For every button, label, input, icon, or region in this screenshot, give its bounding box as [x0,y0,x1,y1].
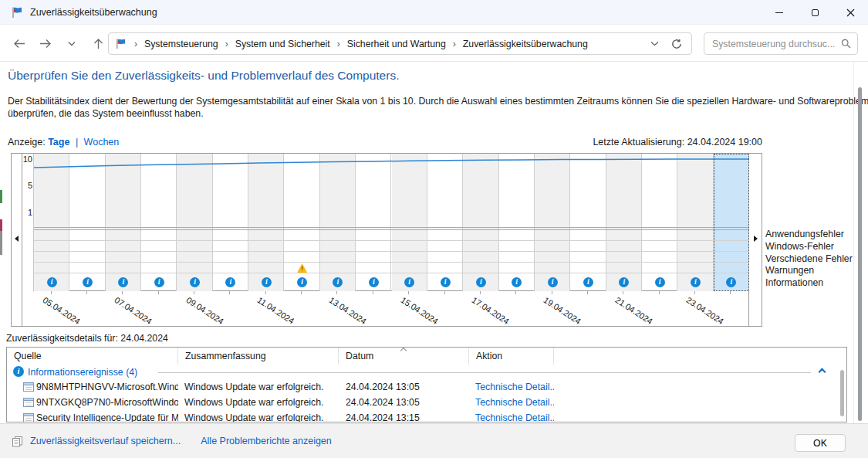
information-event-icon[interactable]: i [548,277,558,287]
cell-action: Technische Detail... [469,382,554,392]
window-scrollbar-thumb[interactable] [858,87,862,421]
category-label: Warnungen [765,265,853,277]
minimize-button[interactable] [762,0,797,25]
breadcrumb-item[interactable]: Systemsteuerung [144,37,219,51]
category-label: Informationen [765,277,853,290]
search-box [704,32,858,55]
event-row[interactable]: 9NTXGKQ8P7N0-MicrosoftWindo...Windows Up… [7,395,846,410]
chart-y-axis: 1051 [23,154,32,326]
minimize-icon [775,12,783,13]
address-bar[interactable]: ›Systemsteuerung›System und Sicherheit›S… [108,32,692,55]
information-event-icon[interactable]: i [369,277,379,287]
day-tick [86,291,87,294]
column-header[interactable]: Datum [339,348,469,365]
column-header[interactable]: Zusammenfassung [178,348,339,365]
view-weeks-link[interactable]: Wochen [84,137,120,148]
category-label: Verschiedene Fehler [765,253,853,266]
information-event-icon[interactable]: i [476,277,486,287]
save-history-icon [11,436,24,447]
save-history-link[interactable]: Zuverlässigkeitsverlauf speichern... [30,436,181,446]
day-tick [480,291,481,294]
day-tick [265,291,266,294]
date-label: 15.04.2024 [399,295,440,326]
group-label: Informationsereignisse (4) [28,367,137,378]
column-header[interactable]: Aktion [469,348,554,365]
address-dropdown-icon[interactable] [650,41,659,46]
event-row[interactable]: Security Intelligence-Update für M...Win… [7,410,846,422]
cell-summary: Windows Update war erfolgreich. [178,382,339,392]
close-button[interactable] [833,0,868,25]
breadcrumb-item[interactable]: Zuverlässigkeitsüberwachung [462,37,589,51]
view-days-link[interactable]: Tage [48,137,69,148]
scrollbar-track-line [853,62,854,423]
category-label: Anwendungsfehler [765,229,853,241]
cell-action: Technische Detail... [469,397,554,408]
day-tick [122,291,123,294]
chart-scroll-left[interactable] [12,154,22,326]
all-reports-link[interactable]: Alle Problemberichte anzeigen [201,436,332,446]
chart-columns: iiiiiiii!iiiiiiiiiiii [33,154,748,291]
column-header[interactable]: Quelle [7,348,178,365]
technical-details-link[interactable]: Technische Detail... [475,382,554,392]
breadcrumb-item[interactable]: System und Sicherheit [235,37,331,51]
refresh-icon[interactable] [671,39,682,49]
event-source-icon [23,382,34,392]
grid-line [34,262,749,263]
y-tick-label: 5 [28,181,32,190]
group-divider [158,372,811,373]
information-event-icon[interactable]: i [583,277,593,287]
day-tick [552,291,552,294]
collapse-group-icon[interactable] [819,368,826,376]
search-input[interactable] [704,33,857,54]
forward-arrow-icon [39,39,52,49]
forward-button[interactable] [34,32,57,55]
stability-chart: 1051 iiiiiiii!iiiiiiiiiiii 05.04.202407.… [11,153,762,327]
technical-details-link[interactable]: Technische Detail... [475,412,554,422]
background-sliver [0,219,2,231]
recent-pages-button[interactable] [60,32,83,55]
cell-action: Technische Detail... [469,412,554,422]
description-line-2: überprüfen, die das System beeinflusst h… [8,107,868,120]
day-tick [373,291,373,294]
event-row[interactable]: 9N8MHTPHNGVV-Microsoft.Wind...Windows Up… [7,379,846,395]
breadcrumb-separator-icon: › [225,39,228,49]
chart-scroll-right[interactable] [748,154,762,326]
back-button[interactable] [8,32,31,55]
maximize-button[interactable] [797,0,833,25]
information-event-icon[interactable]: i [47,277,57,287]
cell-date: 24.04.2024 13:05 [339,397,469,408]
up-button[interactable] [86,32,110,55]
information-event-icon[interactable]: i [83,277,93,287]
scroll-left-icon [15,236,19,242]
day-tick [408,291,409,294]
day-tick [587,291,588,294]
information-event-icon[interactable]: i [262,277,272,287]
event-source-icon [23,398,34,407]
date-label: 21.04.2024 [613,295,654,326]
table-scrollbar-thumb[interactable] [840,370,844,416]
grid-line [34,251,749,252]
information-event-icon[interactable]: i [691,277,701,287]
ok-button[interactable]: OK [795,434,846,452]
view-separator: | [76,137,78,148]
information-event-icon[interactable]: i [655,277,665,287]
information-event-icon[interactable]: i [441,277,451,287]
day-tick [158,291,159,294]
page-description: Der Stabilitätsindex dient der Bewertung… [8,95,868,120]
technical-details-link[interactable]: Technische Detail... [475,397,554,408]
day-tick [229,291,230,294]
stability-line [34,159,749,168]
information-event-icon[interactable]: i [190,277,200,287]
date-label: 05.04.2024 [42,295,83,326]
category-label: Windows-Fehler [765,241,853,253]
window-title: Zuverlässigkeitsüberwachung [30,7,157,18]
breadcrumb-item[interactable]: Sicherheit und Wartung [346,37,447,51]
date-label: 17.04.2024 [471,295,512,326]
flag-breadcrumb-icon [115,38,127,49]
information-event-icon[interactable]: i [154,277,164,287]
back-arrow-icon [13,39,25,49]
search-icon[interactable] [841,39,851,49]
up-arrow-icon [93,38,103,49]
breadcrumb: ›Systemsteuerung›System und Sicherheit›S… [128,37,589,51]
group-row[interactable]: i Informationsereignisse (4) [7,365,846,379]
